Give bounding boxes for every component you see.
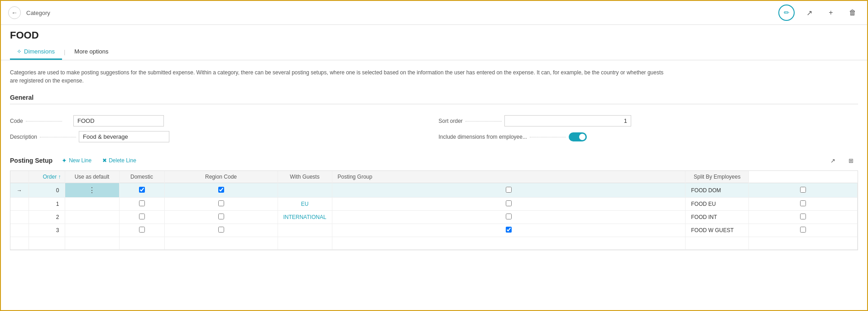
back-icon: ←	[11, 9, 18, 16]
share-icon: ↗	[806, 9, 812, 17]
row-split-by-employees[interactable]	[749, 224, 858, 237]
add-icon: +	[829, 9, 833, 17]
posting-setup-header: Posting Setup ✦ New Line ✖ Delete Line ↗…	[1, 149, 867, 170]
description-text: Categories are used to make posting sugg…	[1, 60, 680, 89]
col-order[interactable]: Order ↑	[29, 171, 65, 183]
row-order: 3	[29, 224, 65, 237]
row-split-by-employees[interactable]	[749, 198, 858, 211]
tab-more-options[interactable]: More options	[67, 44, 115, 60]
tab-dimensions[interactable]: ⟡ Dimensions	[10, 44, 62, 60]
table-row-empty	[10, 237, 858, 250]
posting-setup-table: Order ↑ Use as default Domestic Region C…	[10, 170, 858, 250]
export-table-button[interactable]: ↗	[825, 153, 840, 168]
tab-bar: ⟡ Dimensions | More options	[1, 44, 867, 60]
tab-divider: |	[62, 49, 67, 55]
col-arrow	[10, 171, 29, 183]
col-region-code: Region Code	[164, 171, 278, 183]
back-button[interactable]: ←	[8, 6, 21, 19]
include-dimensions-label: Include dimensions from employee...	[439, 134, 569, 140]
row-posting-group: FOOD EU	[686, 198, 749, 211]
col-use-as-default: Use as default	[65, 171, 119, 183]
row-domestic[interactable]	[164, 198, 278, 211]
include-dimensions-row: Include dimensions from employee...	[439, 131, 858, 142]
general-form: Code Sort order Description Include dime…	[1, 109, 867, 149]
row-arrow-cell	[10, 198, 29, 211]
general-section-title: General	[10, 94, 858, 104]
row-region-code[interactable]: EU	[278, 198, 332, 211]
row-use-as-default[interactable]	[119, 224, 164, 237]
sort-order-field-row: Sort order	[439, 115, 858, 126]
add-button[interactable]: +	[824, 5, 838, 20]
row-region-code	[278, 183, 332, 198]
table-row[interactable]: → 0 ⋮ FOOD DOM	[10, 183, 858, 198]
row-use-as-default[interactable]	[119, 211, 164, 224]
row-context-spacer	[65, 198, 119, 211]
row-split-by-employees[interactable]	[749, 211, 858, 224]
row-split-by-employees[interactable]	[749, 183, 858, 198]
sort-order-label: Sort order	[439, 118, 504, 124]
table-header-row: Order ↑ Use as default Domestic Region C…	[10, 171, 858, 183]
row-with-guests[interactable]	[332, 211, 686, 224]
row-posting-group: FOOD DOM	[686, 183, 749, 198]
row-order: 2	[29, 211, 65, 224]
col-with-guests: With Guests	[278, 171, 332, 183]
row-arrow-cell	[10, 224, 29, 237]
posting-setup-title: Posting Setup	[10, 157, 53, 164]
delete-button[interactable]: 🗑	[845, 5, 860, 20]
header-actions: ✏ ↗ + 🗑	[778, 5, 860, 21]
col-posting-group: Posting Group	[332, 171, 686, 183]
row-use-as-default[interactable]	[119, 183, 164, 198]
table-row[interactable]: 2 INTERNATIONAL FOOD INT	[10, 211, 858, 224]
breadcrumb-category: Category	[26, 10, 773, 16]
row-use-as-default[interactable]	[119, 198, 164, 211]
edit-icon: ✏	[784, 9, 790, 17]
description-input[interactable]	[79, 131, 169, 142]
row-domestic[interactable]	[164, 224, 278, 237]
row-domestic[interactable]	[164, 211, 278, 224]
col-split-by-employees: Split By Employees	[686, 171, 749, 183]
tab-more-options-label: More options	[74, 48, 108, 55]
code-field-row: Code	[10, 115, 430, 126]
delete-icon: 🗑	[849, 9, 856, 17]
delete-line-label: Delete Line	[109, 157, 136, 164]
edit-button[interactable]: ✏	[778, 5, 795, 21]
share-button[interactable]: ↗	[802, 5, 816, 20]
col-domestic: Domestic	[119, 171, 164, 183]
delete-line-button[interactable]: ✖ Delete Line	[101, 156, 138, 165]
code-label: Code	[10, 118, 73, 124]
row-arrow-cell: →	[10, 183, 29, 198]
context-menu-icon[interactable]: ⋮	[88, 186, 96, 194]
new-line-icon: ✦	[62, 157, 67, 164]
dimensions-tab-icon: ⟡	[17, 48, 21, 55]
code-input[interactable]	[73, 115, 164, 126]
row-domestic[interactable]	[164, 183, 278, 198]
row-order: 0	[29, 183, 65, 198]
tab-dimensions-label: Dimensions	[24, 48, 55, 55]
setup-right-actions: ↗ ⊞	[825, 153, 858, 168]
row-posting-group: FOOD W GUEST	[686, 224, 749, 237]
new-line-button[interactable]: ✦ New Line	[60, 156, 93, 165]
row-posting-group: FOOD INT	[686, 211, 749, 224]
include-dimensions-toggle[interactable]	[569, 132, 587, 141]
row-with-guests[interactable]	[332, 183, 686, 198]
layout-button[interactable]: ⊞	[844, 153, 858, 168]
app-header: ← Category ✏ ↗ + 🗑	[1, 1, 867, 25]
row-context-spacer	[65, 224, 119, 237]
row-with-guests[interactable]	[332, 224, 686, 237]
row-with-guests[interactable]	[332, 198, 686, 211]
row-region-code[interactable]: INTERNATIONAL	[278, 211, 332, 224]
description-field-row: Description	[10, 131, 430, 142]
sort-order-input[interactable]	[504, 115, 631, 126]
new-line-label: New Line	[69, 157, 91, 164]
row-region-code	[278, 224, 332, 237]
row-context-menu-cell[interactable]: ⋮	[65, 183, 119, 198]
row-context-spacer	[65, 211, 119, 224]
page-title: FOOD	[1, 25, 867, 44]
description-label: Description	[10, 134, 79, 140]
delete-line-icon: ✖	[102, 157, 107, 164]
row-order: 1	[29, 198, 65, 211]
row-arrow-cell	[10, 211, 29, 224]
table-body: → 0 ⋮ FOOD DOM 1 EU F	[10, 183, 858, 250]
table-row[interactable]: 1 EU FOOD EU	[10, 198, 858, 211]
table-row[interactable]: 3 FOOD W GUEST	[10, 224, 858, 237]
